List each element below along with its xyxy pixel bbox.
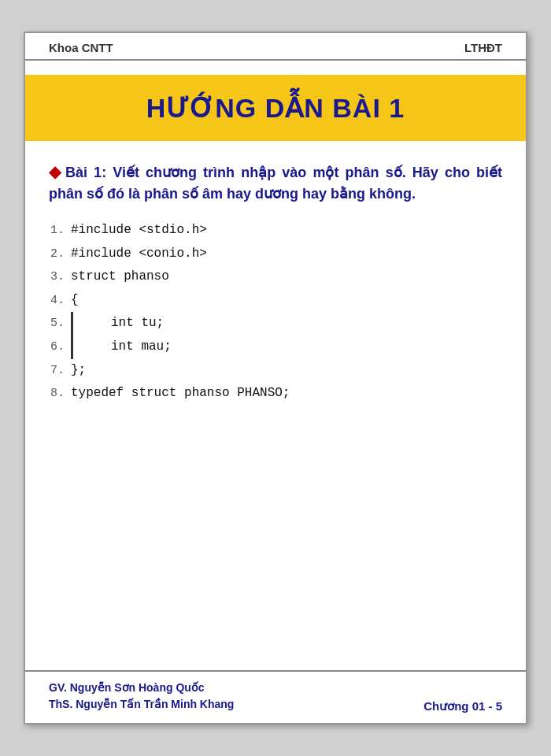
line-num-2: 2. — [49, 243, 71, 266]
code-line-8: 8. typedef struct phanso PHANSO; — [49, 382, 502, 406]
line-content-3: struct phanso — [71, 265, 169, 289]
header: Khoa CNTT LTHĐT — [25, 33, 526, 61]
line-content-1: #include <stdio.h> — [71, 219, 207, 243]
line-num-4: 4. — [49, 289, 71, 313]
line-content-7: }; — [71, 359, 86, 383]
page-title: HƯỚNG DẪN BÀI 1 — [146, 93, 405, 123]
line-num-3: 3. — [49, 265, 71, 289]
footer-line1: GV. Nguyễn Sơn Hoàng Quốc — [49, 680, 234, 697]
content-area: ◆Bài 1: Viết chương trình nhập vào một p… — [25, 141, 526, 670]
footer-line2: ThS. Nguyễn Tấn Trần Minh Khang — [49, 696, 234, 713]
line-content-6: int mau; — [71, 335, 172, 359]
header-right: LTHĐT — [464, 41, 502, 54]
code-line-4: 4. { — [49, 289, 502, 313]
code-line-6: 6. int mau; — [49, 335, 502, 359]
task-text: ◆Bài 1: Viết chương trình nhập vào một p… — [49, 160, 502, 205]
footer-authors: GV. Nguyễn Sơn Hoàng Quốc ThS. Nguyễn Tấ… — [49, 680, 234, 713]
code-line-3: 3. struct phanso — [49, 265, 502, 289]
header-left: Khoa CNTT — [49, 41, 113, 54]
line-num-8: 8. — [49, 382, 71, 406]
code-line-7: 7. }; — [49, 359, 502, 383]
code-block: 1. #include <stdio.h> 2. #include <conio… — [49, 219, 502, 662]
code-line-2: 2. #include <conio.h> — [49, 243, 502, 266]
line-content-5: int tu; — [71, 312, 164, 335]
title-bar: HƯỚNG DẪN BÀI 1 — [25, 75, 526, 141]
line-num-5: 5. — [49, 312, 71, 335]
footer: GV. Nguyễn Sơn Hoàng Quốc ThS. Nguyễn Tấ… — [25, 670, 526, 723]
slide: Khoa CNTT LTHĐT HƯỚNG DẪN BÀI 1 ◆Bài 1: … — [24, 32, 527, 724]
footer-chapter: Chương 01 - 5 — [423, 699, 502, 713]
line-content-8: typedef struct phanso PHANSO; — [71, 382, 290, 406]
line-num-1: 1. — [49, 219, 71, 243]
task-block: ◆Bài 1: Viết chương trình nhập vào một p… — [49, 160, 502, 205]
bullet-icon: ◆ — [49, 160, 61, 183]
code-line-5: 5. int tu; — [49, 312, 502, 335]
line-content-2: #include <conio.h> — [71, 243, 207, 266]
line-num-7: 7. — [49, 359, 71, 383]
code-line-1: 1. #include <stdio.h> — [49, 219, 502, 243]
line-num-6: 6. — [49, 335, 71, 359]
line-content-4: { — [71, 289, 79, 313]
